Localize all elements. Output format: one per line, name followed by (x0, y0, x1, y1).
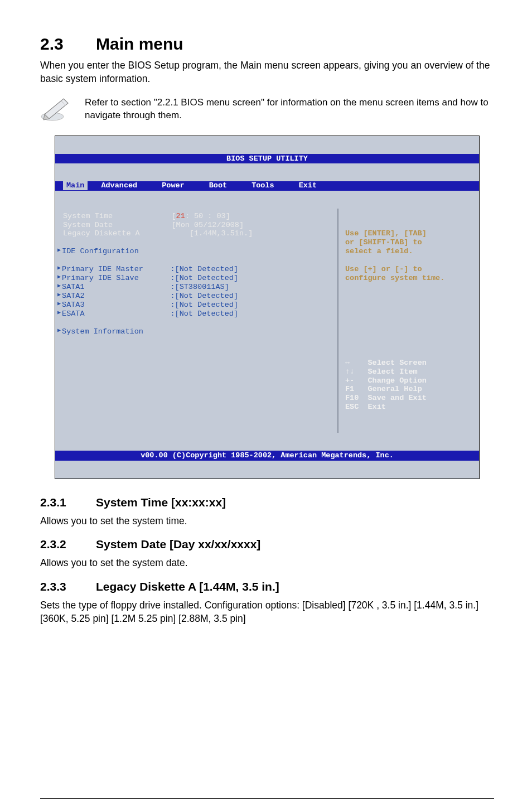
bios-row-label: Primary IDE Master (62, 265, 170, 274)
subsection-number: 2.3.3 (40, 580, 96, 593)
bios-row-label: System Date (63, 221, 171, 230)
bios-tab-main: Main (63, 181, 88, 190)
bios-tab-boot: Boot (209, 181, 238, 190)
subsection-heading: 2.3.1System Time [xx:xx:xx] (40, 496, 494, 509)
bios-row: ESATA :[Not Detected] (63, 310, 331, 318)
bios-key-row: F1 General Help (345, 385, 473, 394)
bios-row: System Time [21: 50 : 03] (63, 212, 331, 221)
pencil-note-icon (40, 95, 71, 122)
bios-row: System Information (63, 327, 331, 336)
bios-row: Primary IDE Slave :[Not Detected] (63, 274, 331, 283)
bios-row-label: Primary IDE Slave (62, 274, 170, 283)
bios-tab-tools: Tools (252, 181, 286, 190)
bios-key-row: ↔ Select Screen (345, 359, 473, 368)
bios-row: Primary IDE Master :[Not Detected] (63, 265, 331, 274)
bios-key-row: ESC Exit (345, 403, 473, 412)
bios-row-label: IDE Configuration (62, 247, 170, 256)
subsection-body: Sets the type of floppy drive installed.… (40, 599, 494, 625)
subsection-heading: 2.3.2System Date [Day xx/xx/xxxx] (40, 538, 494, 551)
intro-paragraph: When you enter the BIOS Setup program, t… (40, 59, 494, 85)
subsection-body: Allows you to set the system date. (40, 557, 494, 570)
subsection-title: Legacy Diskette A [1.44M, 3.5 in.] (96, 580, 279, 593)
bios-row: SATA3 :[Not Detected] (63, 301, 331, 310)
bios-screenshot: BIOS SETUP UTILITY Main Advanced Power B… (55, 136, 480, 479)
bios-row-label: SATA3 (62, 301, 170, 310)
bios-title: BIOS SETUP UTILITY (55, 154, 479, 163)
subsection-number: 2.3.1 (40, 496, 96, 509)
bios-row-label: System Information (62, 327, 170, 336)
bios-row: Legacy Diskette A [1.44M,3.5in.] (63, 229, 331, 238)
bios-row-label: SATA2 (62, 292, 170, 301)
bios-row-label: Legacy Diskette A (63, 229, 171, 238)
subsection-title: System Date [Day xx/xx/xxxx] (96, 538, 260, 550)
subsection-body: Allows you to set the system time. (40, 515, 494, 528)
bios-row-label: ESATA (62, 310, 170, 318)
heading-title: Main menu (96, 35, 183, 53)
heading-number: 2.3 (40, 35, 96, 54)
note-text: Refer to section "2.2.1 BIOS menu screen… (85, 95, 494, 122)
bios-menubar: Main Advanced Power Boot Tools Exit (55, 181, 479, 191)
bios-row: SATA2 :[Not Detected] (63, 292, 331, 301)
bios-row-value: :[Not Detected] (170, 301, 238, 310)
bios-key-legend: ↔ Select Screen↑↓ Select Item+- Change O… (345, 359, 473, 412)
bios-row: System Date [Mon 05/12/2008] (63, 221, 331, 230)
bios-row-value: :[Not Detected] (170, 265, 238, 274)
page-footer: ASUS M2N68-VM 2-15 (40, 798, 494, 802)
bios-row-value: :[Not Detected] (170, 310, 238, 318)
bios-row-value: :[Not Detected] (170, 274, 238, 283)
bios-left-panel: System Time [21: 50 : 03]System Date [Mo… (55, 209, 337, 433)
bios-row-value: :[ST380011AS] (170, 283, 229, 292)
bios-row-value: [1.44M,3.5in.] (171, 229, 253, 238)
bios-row-value: [21: 50 : 03] (171, 212, 230, 221)
bios-help-text: Use [ENTER], [TAB] or [SHIFT-TAB] to sel… (345, 229, 473, 283)
subsection-title: System Time [xx:xx:xx] (96, 496, 226, 509)
bios-row-label: SATA1 (62, 283, 170, 292)
bios-row: IDE Configuration (63, 247, 331, 256)
subsection-heading: 2.3.3Legacy Diskette A [1.44M, 3.5 in.] (40, 580, 494, 593)
subsection-number: 2.3.2 (40, 538, 96, 551)
bios-key-row: F10 Save and Exit (345, 394, 473, 403)
bios-row-value: :[Not Detected] (170, 292, 238, 301)
bios-row-value: [Mon 05/12/2008] (171, 221, 244, 230)
bios-key-row: +- Change Option (345, 376, 473, 385)
page-heading: 2.3Main menu (40, 35, 494, 54)
note-callout: Refer to section "2.2.1 BIOS menu screen… (40, 95, 494, 122)
bios-tab-power: Power (162, 181, 196, 190)
bios-right-panel: Use [ENTER], [TAB] or [SHIFT-TAB] to sel… (337, 209, 479, 433)
bios-key-row: ↑↓ Select Item (345, 368, 473, 376)
bios-row: SATA1 :[ST380011AS] (63, 283, 331, 292)
bios-row-label: System Time (63, 212, 171, 221)
bios-footer: v00.00 (C)Copyright 1985-2002, American … (55, 451, 479, 461)
bios-tab-advanced: Advanced (101, 181, 148, 190)
bios-tab-exit: Exit (299, 181, 328, 190)
